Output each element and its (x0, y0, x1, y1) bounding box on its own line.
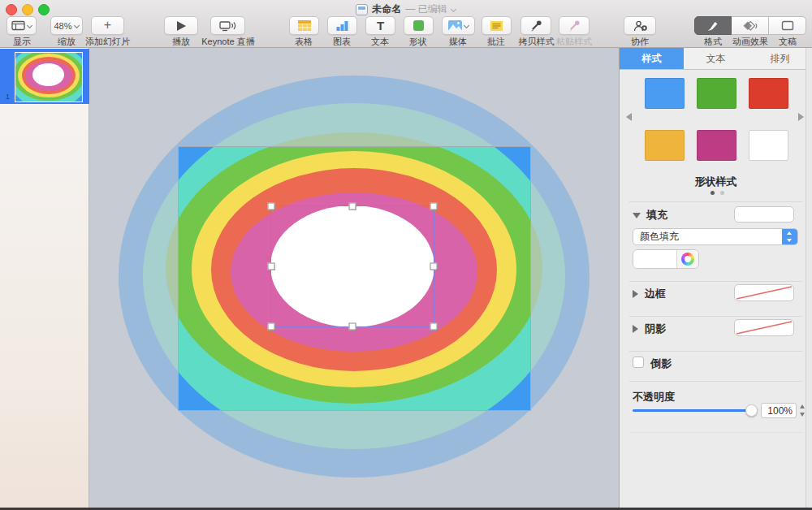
paintbrush-icon (706, 20, 719, 32)
fill-color-well[interactable] (734, 206, 794, 223)
play-label: 播放 (163, 36, 199, 48)
tab-text[interactable]: 文本 (684, 48, 748, 69)
toolbar: 未命名 — 已编辑 显示 48% 缩放 + 添加幻灯片 播放 Keynote 直… (0, 0, 812, 48)
tab-style[interactable]: 样式 (620, 48, 684, 69)
shadow-label: 阴影 (645, 322, 666, 336)
bar-chart-icon (336, 20, 348, 31)
table-icon (298, 20, 311, 31)
divider (629, 281, 802, 282)
chart-label: 图表 (324, 36, 360, 48)
border-style-well[interactable] (734, 284, 794, 301)
comment-button[interactable] (482, 16, 512, 35)
slide-row-selected[interactable]: 1 (0, 49, 89, 104)
zoom-button[interactable]: 48% (50, 16, 83, 35)
view-label: 显示 (3, 36, 41, 48)
view-button[interactable] (6, 16, 37, 35)
style-swatch-green[interactable] (697, 78, 736, 109)
keynote-window: 未命名 — 已编辑 显示 48% 缩放 + 添加幻灯片 播放 Keynote 直… (0, 0, 812, 510)
document-tab-label: 文稿 (770, 36, 806, 48)
border-label: 边框 (645, 287, 666, 301)
window-title: 未命名 (372, 2, 401, 16)
eyedropper-disabled-icon (568, 19, 581, 32)
fill-type-select[interactable]: 颜色填充 (633, 228, 798, 245)
fill-section-header[interactable]: 填充 (633, 208, 667, 223)
copy-style-label: 拷贝样式 (518, 36, 555, 48)
disclosure-closed-icon (633, 290, 638, 298)
chevron-down-icon (464, 24, 469, 28)
keynote-live-button[interactable] (210, 16, 245, 35)
table-button[interactable] (289, 16, 319, 35)
text-button[interactable]: T (365, 16, 395, 35)
selection-handle[interactable] (349, 203, 356, 210)
sidebar-scrollbar[interactable] (806, 48, 812, 510)
opacity-slider-thumb[interactable] (745, 404, 758, 417)
fill-type-value: 颜色填充 (633, 230, 782, 244)
format-segment[interactable] (694, 16, 732, 35)
divider (629, 316, 802, 317)
shape-style-label: 形状样式 (620, 175, 812, 189)
selection-handle[interactable] (268, 203, 275, 210)
tab-arrange[interactable]: 排列 (748, 48, 812, 69)
format-label: 格式 (695, 36, 731, 48)
page-dot-active[interactable] (710, 191, 715, 195)
document-segment[interactable] (769, 16, 806, 35)
divider (629, 381, 802, 382)
style-swatch-blue[interactable] (645, 78, 685, 109)
comment-note-icon (490, 21, 503, 31)
opacity-slider-track[interactable] (633, 409, 752, 412)
zoom-label: 缩放 (48, 36, 85, 48)
selection-handle[interactable] (349, 323, 356, 331)
slide-thumbnail[interactable] (15, 52, 83, 102)
animate-segment[interactable] (732, 16, 769, 35)
document-icon (356, 4, 368, 15)
color-wheel-icon (681, 253, 694, 266)
chart-button[interactable] (327, 16, 357, 35)
text-icon: T (377, 19, 384, 32)
format-inspector: 样式 文本 排列 形状样式 填充 颜色填充 (619, 48, 812, 510)
styles-prev-arrow-icon[interactable] (626, 113, 632, 121)
page-dot[interactable] (720, 191, 724, 195)
opacity-label: 不透明度 (633, 390, 675, 404)
border-section-header[interactable]: 边框 (633, 287, 666, 301)
play-icon (177, 21, 186, 31)
zoom-value: 48% (54, 21, 71, 31)
current-color-swatch[interactable] (633, 250, 677, 268)
collaborate-person-icon (633, 20, 648, 32)
selection-handle[interactable] (430, 263, 438, 270)
shadow-style-well[interactable] (734, 319, 794, 336)
slide-number: 1 (6, 93, 10, 101)
shadow-section-header[interactable]: 阴影 (633, 322, 666, 336)
selection-handle[interactable] (268, 323, 275, 331)
selection-handle[interactable] (268, 263, 275, 270)
style-swatch-white[interactable] (749, 130, 788, 161)
shape-button[interactable] (404, 16, 434, 35)
style-swatch-magenta[interactable] (697, 130, 736, 161)
opacity-value-field[interactable]: 100% (761, 403, 797, 418)
play-button[interactable] (164, 16, 198, 35)
add-slide-button[interactable]: + (91, 16, 124, 35)
shape-icon (413, 20, 424, 31)
paste-style-label: 粘贴样式 (555, 36, 593, 48)
reflection-checkbox[interactable] (633, 357, 644, 368)
media-button[interactable] (442, 16, 475, 35)
none-style-icon (735, 320, 793, 335)
color-picker-button[interactable] (677, 250, 698, 268)
fill-color-combo[interactable] (633, 249, 699, 269)
copy-style-button[interactable] (520, 16, 551, 35)
selection-handle[interactable] (430, 203, 438, 210)
title-chevron-icon[interactable] (451, 7, 456, 12)
add-slide-label: 添加幻灯片 (81, 36, 134, 48)
disclosure-open-icon (633, 213, 641, 218)
media-photo-icon (448, 20, 462, 31)
styles-next-arrow-icon[interactable] (798, 113, 804, 121)
paste-style-button[interactable] (559, 16, 590, 35)
collaborate-label: 协作 (622, 36, 658, 48)
selection-handle[interactable] (430, 323, 438, 331)
collaborate-button[interactable] (624, 16, 656, 35)
chevron-down-icon (75, 24, 80, 28)
slide-canvas[interactable] (89, 48, 619, 510)
style-swatch-orange[interactable] (645, 130, 685, 161)
animate-diamond-icon (742, 20, 758, 32)
style-swatch-red[interactable] (749, 78, 788, 109)
disclosure-closed-icon (633, 325, 638, 333)
